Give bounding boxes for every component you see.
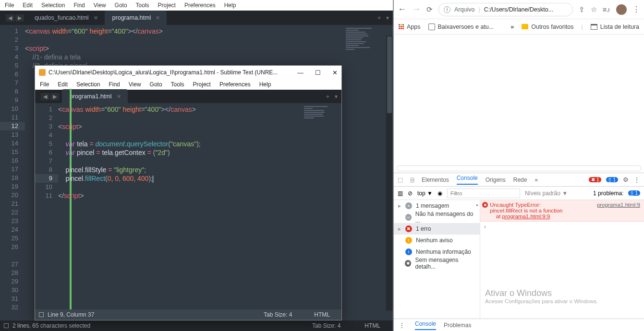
- tab-label: quados_funcao.html: [35, 14, 89, 21]
- sidebar-verbose[interactable]: ✱Sem mensagens detalh...: [394, 258, 480, 269]
- sidebar-messages[interactable]: ▸≡1 mensagem: [394, 200, 480, 212]
- context-selector[interactable]: top ▼: [417, 190, 433, 197]
- tab-network[interactable]: Rede: [513, 177, 527, 183]
- scrollbar[interactable]: [386, 35, 393, 311]
- filter-input[interactable]: [447, 189, 520, 198]
- message-count-badge[interactable]: ▯ 1: [606, 177, 618, 182]
- menu-tools[interactable]: Tools: [136, 2, 149, 9]
- tab-console[interactable]: Console: [457, 175, 478, 185]
- problem-badge[interactable]: ▯ 1: [628, 190, 640, 196]
- other-bookmarks[interactable]: Outros favoritos: [522, 24, 573, 30]
- nav-back[interactable]: ◀: [6, 14, 14, 22]
- menu-view[interactable]: View: [94, 2, 106, 9]
- sidebar-toggle-icon[interactable]: ▥: [398, 190, 403, 197]
- new-tab-icon[interactable]: ＋: [325, 92, 331, 101]
- profile-avatar[interactable]: [616, 4, 627, 15]
- drawer-tab-problems[interactable]: Problemas: [444, 322, 471, 329]
- status-language[interactable]: HTML: [365, 322, 380, 329]
- menu-file[interactable]: File: [5, 2, 14, 9]
- inspect-icon[interactable]: ⬚: [398, 177, 403, 183]
- reading-list[interactable]: Lista de leitura: [591, 24, 639, 30]
- console-output[interactable]: ✖ ▸ programa1.html:9 Uncaught TypeError:…: [480, 200, 644, 319]
- sidebar-errors[interactable]: ▸✖1 erro: [394, 223, 480, 235]
- share-icon[interactable]: ⇪: [579, 5, 585, 14]
- apps-button[interactable]: Apps: [399, 24, 421, 30]
- nav-fwd[interactable]: ▶: [15, 14, 24, 22]
- page-viewport: [394, 35, 644, 173]
- error-location-link[interactable]: programa1.html:9:9: [502, 213, 550, 219]
- menu-help[interactable]: Help: [224, 2, 236, 9]
- menu-project[interactable]: Project: [193, 81, 211, 88]
- watermark-subtitle: Acesse Configurações para ativar o Windo…: [485, 298, 598, 304]
- status-tabsize[interactable]: Tab Size: 4: [264, 311, 292, 318]
- drawer-menu[interactable]: ⋮: [399, 321, 405, 329]
- menu-project[interactable]: Project: [158, 2, 176, 9]
- close-button[interactable]: ✕: [332, 69, 338, 76]
- error-count-badge[interactable]: ✖ 1: [589, 177, 601, 182]
- new-tab-icon[interactable]: ＋: [376, 13, 382, 22]
- nav-back[interactable]: ◀: [41, 93, 49, 100]
- menu-edit[interactable]: Edit: [23, 2, 33, 9]
- minimap[interactable]: [304, 106, 338, 130]
- address-bar[interactable]: i Arquivo | C:/Users/Dlrlane/Deskto...: [438, 3, 573, 16]
- menu-find[interactable]: Find: [109, 81, 120, 88]
- settings-icon[interactable]: ⚙: [623, 176, 629, 183]
- tabs-overflow[interactable]: »: [535, 177, 538, 183]
- nav-fwd[interactable]: ▶: [50, 93, 59, 100]
- title-bar[interactable]: C:\Users\Dlrlane\Desktop\Logica_alura\Lo…: [35, 66, 341, 79]
- levels-selector[interactable]: Níveis padrão ▼: [525, 190, 568, 197]
- maximize-button[interactable]: ☐: [315, 69, 321, 76]
- menu-selection[interactable]: Selection: [41, 2, 65, 9]
- close-icon[interactable]: ✕: [156, 15, 160, 21]
- console-error[interactable]: ✖ ▸ programa1.html:9 Uncaught TypeError:…: [480, 200, 644, 222]
- info-icon[interactable]: i: [444, 6, 450, 13]
- sidebar-info[interactable]: iNenhuma informação: [394, 246, 480, 258]
- menu-selection[interactable]: Selection: [76, 81, 100, 88]
- error-source-link[interactable]: programa1.html:9: [597, 202, 640, 208]
- console-prompt[interactable]: ›: [480, 222, 644, 231]
- live-expression-icon[interactable]: ◉: [437, 190, 442, 197]
- device-icon[interactable]: ⌸: [411, 177, 414, 183]
- reload-button[interactable]: ⟳: [426, 5, 433, 14]
- tab-elements[interactable]: Elementos: [422, 177, 449, 183]
- sidebar-warnings[interactable]: !Nenhum aviso: [394, 235, 480, 246]
- playlist-icon[interactable]: ≡♪: [603, 5, 610, 13]
- status-tabsize[interactable]: Tab Size: 4: [312, 322, 340, 329]
- tab-programa1[interactable]: programa1.html✕: [62, 89, 128, 104]
- tab-sources[interactable]: Origens: [486, 177, 506, 183]
- menu-file[interactable]: File: [40, 81, 49, 88]
- menu-preferences[interactable]: Preferences: [184, 2, 216, 9]
- bookmark-baixar[interactable]: Baixaversoes e atu...: [428, 24, 494, 30]
- drawer-tab-console[interactable]: Console: [415, 320, 436, 330]
- menu-view[interactable]: View: [129, 81, 141, 88]
- menu-goto[interactable]: Goto: [115, 2, 127, 9]
- sidebar-user[interactable]: ☺Não há mensagens do ...: [394, 212, 480, 223]
- close-icon[interactable]: ✕: [94, 15, 98, 21]
- back-button[interactable]: ←: [398, 4, 406, 14]
- tab-dropdown-icon[interactable]: ▼: [334, 94, 339, 99]
- tab-quados[interactable]: quados_funcao.html✕: [27, 11, 105, 25]
- overflow-icon[interactable]: »: [510, 24, 514, 30]
- devtools-menu[interactable]: ⋮: [633, 176, 640, 184]
- menu-goto[interactable]: Goto: [150, 81, 162, 88]
- tab-dropdown-icon[interactable]: ▼: [385, 15, 390, 21]
- tab-programa[interactable]: programa.html✕: [105, 11, 167, 25]
- menu-help[interactable]: Help: [259, 81, 271, 88]
- devtools-drawer-tabs: ⋮ Console Problemas: [394, 319, 644, 331]
- forward-button[interactable]: →: [412, 4, 421, 14]
- menu-find[interactable]: Find: [73, 2, 85, 9]
- star-icon[interactable]: ☆: [591, 5, 597, 14]
- code-content[interactable]: <canvas width="600" height="400"></canva…: [58, 105, 201, 200]
- menu-tools[interactable]: Tools: [171, 81, 184, 88]
- minimap[interactable]: [346, 28, 389, 66]
- console-toolbar: ▥ ⊘ top ▼ ◉ Níveis padrão ▼ 1 problema: …: [394, 187, 644, 200]
- label: Nenhuma informação: [416, 248, 471, 255]
- clear-console-icon[interactable]: ⊘: [408, 190, 413, 197]
- minimize-button[interactable]: —: [297, 69, 304, 76]
- menu-edit[interactable]: Edit: [58, 81, 68, 88]
- code-content[interactable]: <canvas width="600" height="400"></canva…: [25, 27, 163, 70]
- menu-preferences[interactable]: Preferences: [219, 81, 251, 88]
- chrome-menu[interactable]: ⋮: [632, 5, 640, 14]
- close-icon[interactable]: ✕: [117, 94, 121, 100]
- status-language[interactable]: HTML: [314, 311, 330, 318]
